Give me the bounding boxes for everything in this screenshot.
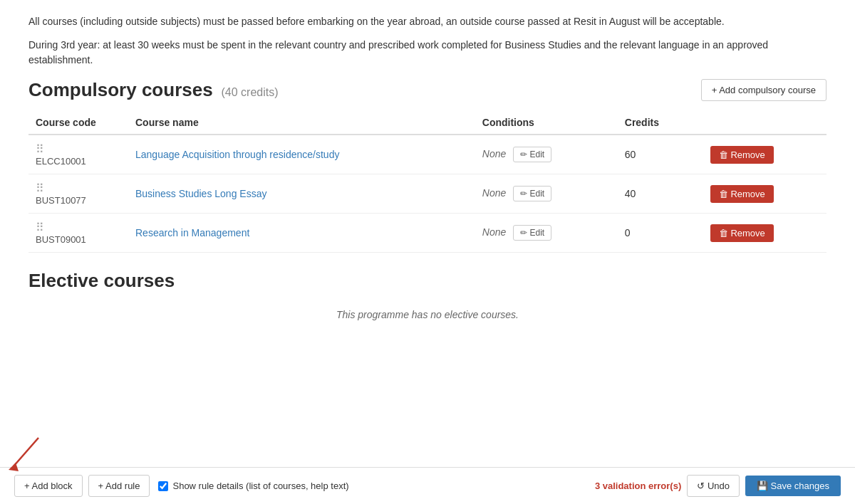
col-header-course-name: Course name	[128, 111, 475, 135]
conditions-none-text: None	[482, 226, 506, 238]
col-header-actions	[703, 111, 826, 135]
compulsory-courses-table: Course code Course name Conditions Credi…	[28, 111, 826, 253]
remove-course-button[interactable]: 🗑 Remove	[710, 185, 774, 203]
compulsory-title-group: Compulsory courses (40 credits)	[28, 79, 279, 101]
credits-cell: 40	[618, 174, 703, 214]
table-row: ⠿ ELCC10001 Language Acquisition through…	[28, 135, 826, 174]
credits-cell: 60	[618, 135, 703, 174]
pencil-icon: ✏	[520, 189, 529, 199]
no-elective-message: This programme has no elective courses.	[28, 302, 826, 327]
course-name-cell: Language Acquisition through residence/s…	[128, 135, 475, 174]
conditions-cell: None ✏ Edit	[475, 174, 618, 214]
conditions-cell: None ✏ Edit	[475, 214, 618, 253]
trash-icon: 🗑	[719, 228, 731, 238]
course-name-cell: Business Studies Long Essay	[128, 174, 475, 214]
pencil-icon: ✏	[520, 149, 529, 159]
col-header-credits: Credits	[618, 111, 703, 135]
remove-course-button[interactable]: 🗑 Remove	[710, 146, 774, 164]
table-row: ⠿ BUST09001 Research in Management None …	[28, 214, 826, 253]
drag-handle-icon[interactable]: ⠿	[36, 221, 44, 234]
show-rule-checkbox[interactable]	[158, 481, 168, 491]
actions-cell: 🗑 Remove	[703, 214, 826, 253]
add-compulsory-course-button[interactable]: + Add compulsory course	[701, 79, 826, 101]
intro-paragraph-2: During 3rd year: at least 30 weeks must …	[28, 38, 826, 68]
course-name-cell: Research in Management	[128, 214, 475, 253]
course-code-cell: ⠿ BUST09001	[28, 214, 128, 253]
trash-icon: 🗑	[719, 149, 731, 160]
trash-icon: 🗑	[719, 189, 731, 199]
table-row: ⠿ BUST10077 Business Studies Long Essay …	[28, 174, 826, 214]
course-code-text: BUST09001	[36, 234, 121, 245]
course-code-text: BUST10077	[36, 195, 121, 206]
edit-conditions-button[interactable]: ✏ Edit	[513, 186, 551, 201]
drag-handle-icon[interactable]: ⠿	[36, 182, 44, 195]
conditions-none-text: None	[482, 148, 506, 159]
credits-cell: 0	[618, 214, 703, 253]
save-label: Save changes	[771, 481, 829, 491]
course-name-link[interactable]: Business Studies Long Essay	[135, 188, 266, 199]
main-content: All courses (including outside subjects)…	[0, 0, 855, 467]
show-rule-text: Show rule details (list of courses, help…	[172, 481, 348, 491]
edit-conditions-button[interactable]: ✏ Edit	[513, 147, 551, 162]
undo-button[interactable]: ↺ Undo	[687, 475, 740, 497]
course-code-text: ELCC10001	[36, 156, 121, 167]
add-block-button[interactable]: + Add block	[14, 475, 83, 497]
compulsory-credits-label: (40 credits)	[222, 86, 279, 98]
remove-course-button[interactable]: 🗑 Remove	[710, 224, 774, 242]
course-name-link[interactable]: Research in Management	[135, 227, 249, 238]
bottom-bar: + Add block + Add rule Show rule details…	[0, 467, 855, 504]
show-rule-label[interactable]: Show rule details (list of courses, help…	[158, 481, 348, 491]
actions-cell: 🗑 Remove	[703, 135, 826, 174]
validation-errors-badge: 3 validation error(s)	[595, 481, 681, 491]
save-icon: 💾	[757, 481, 771, 491]
edit-conditions-button[interactable]: ✏ Edit	[513, 225, 551, 241]
elective-section: Elective courses This programme has no e…	[28, 270, 826, 327]
intro-text: All courses (including outside subjects)…	[28, 14, 826, 68]
intro-paragraph-1: All courses (including outside subjects)…	[28, 14, 826, 29]
col-header-conditions: Conditions	[475, 111, 618, 135]
course-code-cell: ⠿ BUST10077	[28, 174, 128, 214]
actions-cell: 🗑 Remove	[703, 174, 826, 214]
course-code-cell: ⠿ ELCC10001	[28, 135, 128, 174]
save-changes-button[interactable]: 💾 Save changes	[745, 476, 841, 496]
col-header-course-code: Course code	[28, 111, 128, 135]
conditions-none-text: None	[482, 187, 506, 199]
compulsory-section-title: Compulsory courses	[28, 79, 213, 100]
elective-section-title: Elective courses	[28, 270, 826, 292]
add-rule-button[interactable]: + Add rule	[88, 475, 150, 497]
conditions-cell: None ✏ Edit	[475, 135, 618, 174]
course-name-link[interactable]: Language Acquisition through residence/s…	[135, 149, 339, 160]
compulsory-section-header: Compulsory courses (40 credits) + Add co…	[28, 79, 826, 101]
table-header-row: Course code Course name Conditions Credi…	[28, 111, 826, 135]
drag-handle-icon[interactable]: ⠿	[36, 142, 44, 156]
pencil-icon: ✏	[520, 228, 529, 238]
